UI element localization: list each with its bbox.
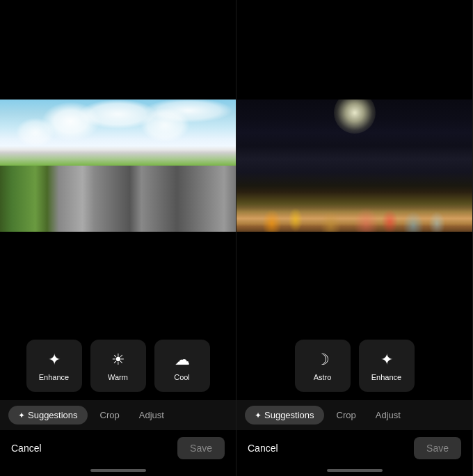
astro-filter-btn[interactable]: ☽ Astro xyxy=(295,340,351,392)
right-crop-tab[interactable]: Crop xyxy=(330,406,363,425)
right-enhance-icon: ✦ xyxy=(380,351,393,369)
cool-icon: ☁ xyxy=(175,351,190,369)
right-photo-night xyxy=(236,100,472,232)
warm-label: Warm xyxy=(108,373,128,381)
left-home-indicator xyxy=(90,469,146,472)
right-enhance-label: Enhance xyxy=(371,373,401,381)
right-enhance-filter-btn[interactable]: ✦ Enhance xyxy=(359,340,415,392)
right-suggestions-label: Suggestions xyxy=(264,410,314,420)
right-phone-panel: ☽ Astro ✦ Enhance ✦ Suggestions Crop Adj… xyxy=(236,0,473,476)
enhance-filter-btn[interactable]: ✦ Enhance xyxy=(26,340,82,392)
cool-label: Cool xyxy=(174,373,190,381)
left-adjust-tab[interactable]: Adjust xyxy=(132,406,171,425)
warm-filter-btn[interactable]: ☀ Warm xyxy=(90,340,146,392)
right-save-button[interactable]: Save xyxy=(414,437,461,459)
left-suggestions-label: Suggestions xyxy=(28,410,78,420)
astro-label: Astro xyxy=(314,373,332,381)
left-phone-panel: ✦ Enhance ☀ Warm ☁ Cool ✦ Suggestions Cr… xyxy=(0,0,236,476)
right-adjust-tab[interactable]: Adjust xyxy=(369,406,408,425)
right-home-indicator xyxy=(327,469,383,472)
right-photo-area xyxy=(236,0,472,331)
right-suggestions-sparkle-icon: ✦ xyxy=(255,411,262,420)
left-save-button[interactable]: Save xyxy=(177,437,225,459)
left-filter-row: ✦ Enhance ☀ Warm ☁ Cool xyxy=(0,331,236,400)
astro-icon: ☽ xyxy=(316,351,330,369)
right-cancel-button[interactable]: Cancel xyxy=(248,443,278,454)
left-crop-tab[interactable]: Crop xyxy=(93,406,127,425)
cool-filter-btn[interactable]: ☁ Cool xyxy=(154,340,210,392)
left-photo-day xyxy=(0,100,236,232)
left-cancel-button[interactable]: Cancel xyxy=(11,443,42,454)
right-filter-row: ☽ Astro ✦ Enhance xyxy=(236,331,472,400)
right-bottom-tabs: ✦ Suggestions Crop Adjust xyxy=(236,400,472,430)
left-suggestions-sparkle-icon: ✦ xyxy=(18,411,25,420)
enhance-icon: ✦ xyxy=(48,351,61,369)
enhance-label: Enhance xyxy=(39,373,69,381)
right-bottom-bar: Cancel Save xyxy=(236,430,472,466)
warm-icon: ☀ xyxy=(111,351,125,369)
left-photo-area xyxy=(0,0,236,331)
left-bottom-tabs: ✦ Suggestions Crop Adjust xyxy=(0,400,236,430)
left-suggestions-tab[interactable]: ✦ Suggestions xyxy=(8,406,88,425)
right-suggestions-tab[interactable]: ✦ Suggestions xyxy=(245,406,324,425)
left-bottom-bar: Cancel Save xyxy=(0,430,236,466)
